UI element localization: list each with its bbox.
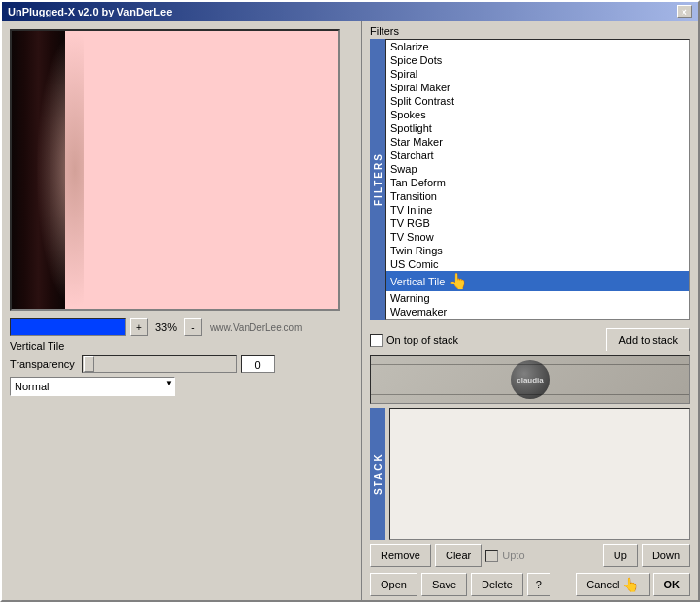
transparency-row: Transparency 0: [10, 355, 353, 373]
filter-list[interactable]: Solarize Spice Dots Spiral Spiral Maker …: [385, 39, 690, 320]
close-button[interactable]: ×: [677, 5, 692, 18]
add-to-stack-button[interactable]: Add to stack: [606, 328, 690, 351]
list-item[interactable]: Wavemaker: [386, 305, 689, 318]
preview-area: [10, 29, 340, 311]
upto-checkbox[interactable]: [485, 550, 498, 562]
stack-list: [389, 408, 690, 540]
stack-vertical-label: STACK: [370, 408, 385, 540]
logo-circle: claudia: [511, 360, 550, 399]
list-item[interactable]: TV Inline: [386, 203, 689, 217]
title-bar: UnPlugged-X v2.0 by VanDerLee ×: [2, 2, 698, 21]
open-button[interactable]: Open: [370, 573, 417, 596]
upto-label: Upto: [502, 550, 524, 561]
final-buttons-row: Open Save Delete ? Cancel 👆 OK: [370, 573, 690, 596]
list-item[interactable]: Spotlight: [386, 121, 689, 135]
list-item[interactable]: Tan Deform: [386, 176, 689, 189]
list-item[interactable]: TV RGB: [386, 217, 689, 230]
filters-section-label: Filters: [370, 25, 690, 37]
list-item[interactable]: Spice Dots: [386, 53, 689, 67]
left-panel: + 33% - www.VanDerLee.com Vertical Tile …: [2, 21, 361, 600]
list-item[interactable]: TV Snow: [386, 230, 689, 244]
delete-button[interactable]: Delete: [471, 573, 523, 596]
up-button[interactable]: Up: [603, 544, 638, 567]
list-item[interactable]: Solarize: [386, 40, 689, 53]
ok-button[interactable]: OK: [653, 573, 691, 596]
cancel-button[interactable]: Cancel 👆: [576, 573, 649, 596]
list-item[interactable]: Twin Rings: [386, 244, 689, 257]
down-button[interactable]: Down: [642, 544, 690, 567]
list-item[interactable]: Starchart: [386, 149, 689, 162]
watermark-text: www.VanDerLee.com: [210, 322, 302, 333]
list-item[interactable]: US Comic: [386, 257, 689, 271]
blend-mode-row: Normal Multiply Screen Overlay Darken Li…: [10, 377, 353, 396]
help-button[interactable]: ?: [527, 573, 550, 596]
cursor-hand-icon: 👆: [449, 272, 468, 290]
stack-action-buttons: Remove Clear Upto Up Down: [370, 544, 690, 567]
zoom-out-button[interactable]: -: [184, 318, 202, 336]
stack-list-area: STACK: [370, 408, 690, 540]
cancel-cursor-icon: 👆: [622, 577, 639, 592]
progress-bar: [10, 318, 126, 336]
list-item[interactable]: Star Maker: [386, 135, 689, 149]
logo-watermark-area: claudia: [370, 355, 690, 404]
transparency-slider[interactable]: [82, 355, 237, 373]
transparency-value: 0: [241, 355, 275, 373]
zoom-row: + 33% - www.VanDerLee.com: [10, 318, 353, 336]
zoom-value: 33%: [151, 321, 181, 333]
zoom-in-button[interactable]: +: [130, 318, 148, 336]
window-title: UnPlugged-X v2.0 by VanDerLee: [8, 6, 172, 17]
list-item[interactable]: Warning: [386, 291, 689, 305]
remove-button[interactable]: Remove: [370, 544, 431, 567]
main-window: UnPlugged-X v2.0 by VanDerLee ×: [0, 0, 700, 602]
list-item[interactable]: Spiral: [386, 67, 689, 81]
on-top-label: On top of stack: [386, 334, 458, 346]
filter-list-container: FILTERS Solarize Spice Dots Spiral Spira…: [370, 39, 690, 320]
transparency-label: Transparency: [10, 358, 78, 370]
on-top-checkbox-wrapper: On top of stack: [370, 334, 458, 347]
right-panel: Filters FILTERS Solarize Spice Dots Spir…: [362, 21, 698, 600]
list-item[interactable]: Split Contrast: [386, 94, 689, 108]
stack-controls: On top of stack Add to stack: [370, 324, 690, 355]
list-item-selected[interactable]: Vertical Tile 👆: [386, 271, 689, 291]
list-item[interactable]: Zoomlens: [386, 318, 689, 320]
clear-button[interactable]: Clear: [435, 544, 482, 567]
on-top-checkbox[interactable]: [370, 334, 383, 347]
list-item[interactable]: Transition: [386, 189, 689, 203]
filters-vertical-label: FILTERS: [370, 39, 385, 320]
list-item[interactable]: Spokes: [386, 108, 689, 121]
blend-mode-select[interactable]: Normal Multiply Screen Overlay Darken Li…: [10, 377, 175, 396]
list-item[interactable]: Spiral Maker: [386, 81, 689, 94]
list-item[interactable]: Swap: [386, 162, 689, 176]
active-filter-label: Vertical Tile: [10, 340, 353, 351]
save-button[interactable]: Save: [421, 573, 467, 596]
